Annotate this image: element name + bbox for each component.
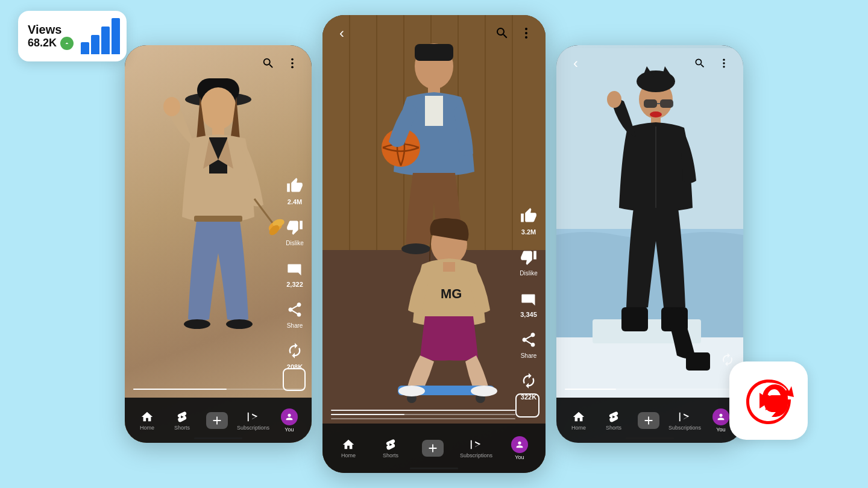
share-action[interactable]: Share [284,299,306,329]
camera-icon-box-center [515,393,539,418]
left-side-actions: 2.4M Dislike 2,322 [284,175,306,371]
svg-point-8 [226,319,253,329]
search-icon[interactable] [259,54,278,73]
more-options-icon[interactable] [283,54,302,73]
comment-icon-center [518,287,539,309]
tab-shorts-left[interactable]: Shorts [167,410,197,431]
dislike-icon-center [518,246,539,268]
tab-add-right[interactable] [634,412,664,429]
comment-action[interactable]: 2,322 [284,257,306,288]
views-card: Views 68.2K [18,11,127,61]
right-top-bar: ‹ [556,54,743,73]
center-video-background: MG [322,15,546,473]
tab-home-center[interactable]: Home [333,438,363,458]
comment-action-center[interactable]: 3,345 [518,287,539,318]
search-icon-center[interactable] [492,23,512,43]
bar-1 [81,42,89,54]
phone-right-screen: ‹ [556,45,743,443]
svg-point-38 [398,386,425,396]
center-top-bar: ‹ [322,23,546,43]
center-top-icons [492,23,536,43]
svg-point-41 [525,32,527,34]
home-icon-right [572,410,585,424]
right-video-background [556,45,743,443]
search-icon-right[interactable] [690,54,709,73]
tab-you-left[interactable]: You [274,408,304,433]
tab-shorts-right[interactable]: Shorts [599,410,629,431]
like-count-center: 3.2M [521,228,536,236]
shorts-icon-left [175,410,189,424]
home-label-right: Home [571,425,586,431]
svg-point-14 [291,62,294,64]
svg-rect-26 [415,44,453,61]
tab-subscriptions-center[interactable]: Subscriptions [460,438,492,458]
dislike-action-center[interactable]: Dislike [518,246,539,277]
tab-home-right[interactable]: Home [564,410,594,431]
bar-chart [81,18,120,54]
subscriptions-label-right: Subscriptions [668,425,701,431]
main-scene: 2.4M Dislike 2,322 [0,0,868,488]
center-bottom-bar: Home Shorts [322,424,546,473]
center-progress [331,410,515,422]
tab-subscriptions-right[interactable]: Subscriptions [668,410,701,431]
avatar-center [511,436,528,453]
views-count-row: 68.2K [28,37,74,50]
tab-add-left[interactable] [202,412,232,429]
views-text-container: Views 68.2K [28,23,74,50]
svg-point-60 [723,62,725,64]
avatar-left [281,408,298,425]
home-icon-center [342,438,355,451]
dislike-action[interactable]: Dislike [284,216,306,246]
svg-rect-28 [425,96,443,126]
svg-point-2 [200,87,236,130]
tab-subscriptions-left[interactable]: Subscriptions [237,410,269,431]
comment-count-center: 3,345 [520,311,537,318]
shorts-label-left: Shorts [174,425,190,431]
dislike-icon [284,216,306,238]
subscriptions-label-center: Subscriptions [460,452,492,458]
svg-rect-58 [686,352,710,371]
more-options-icon-right[interactable] [714,54,734,73]
tab-add-center[interactable] [418,440,448,457]
home-label: Home [140,425,154,431]
bar-3 [101,27,110,54]
right-bottom-bar: Home Shorts [556,398,743,443]
left-progress [125,389,312,393]
svg-point-13 [291,58,294,61]
you-label-right: You [716,427,725,433]
share-icon [284,299,306,321]
like-action-center[interactable]: 3.2M [518,205,539,236]
youtube-shorts-logo [741,374,796,428]
svg-point-42 [525,36,527,39]
dislike-label: Dislike [286,240,303,246]
views-title: Views [28,23,74,37]
right-progress [556,389,743,393]
subscriptions-label-left: Subscriptions [237,425,269,431]
shorts-icon-center [384,438,397,451]
tab-shorts-center[interactable]: Shorts [376,438,406,458]
share-label: Share [287,322,303,329]
svg-rect-56 [621,307,648,331]
svg-point-40 [525,28,527,30]
tab-you-center[interactable]: You [505,436,535,460]
phone-center-screen: MG [322,15,546,473]
phone-left-screen: 2.4M Dislike 2,322 [125,45,312,443]
tab-home-left[interactable]: Home [132,410,162,431]
more-options-icon-center[interactable] [517,23,536,43]
svg-point-55 [607,91,621,108]
svg-line-9 [254,199,272,223]
subscriptions-icon-left [247,410,260,424]
views-number: 68.2K [28,37,57,49]
like-action[interactable]: 2.4M [284,175,306,205]
svg-point-59 [723,59,725,61]
comment-icon [284,257,306,279]
right-top-icons [690,54,734,73]
phone-center: MG [322,15,546,473]
back-icon[interactable]: ‹ [332,23,351,43]
camera-icon-box [283,368,306,391]
back-icon-right[interactable]: ‹ [566,54,585,73]
remix-action[interactable]: 208K [284,340,306,371]
svg-point-61 [723,66,725,67]
shorts-icon-right [607,410,620,424]
share-action-center[interactable]: Share [518,329,539,359]
